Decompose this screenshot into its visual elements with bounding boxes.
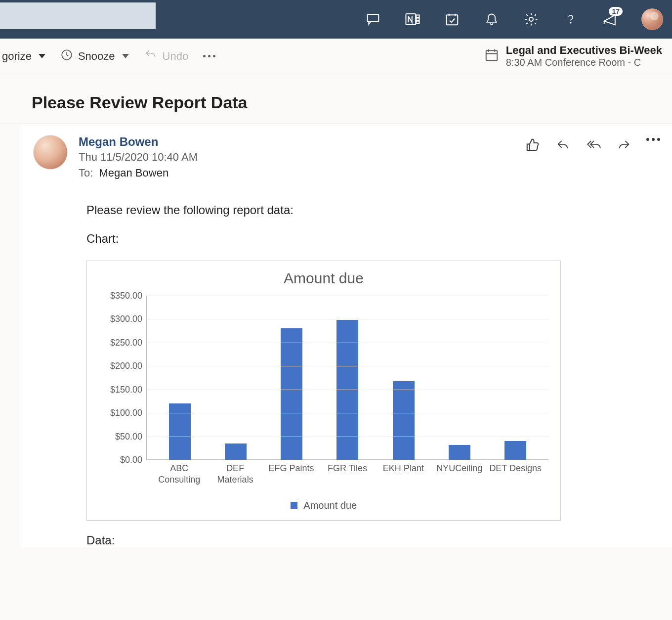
message-header: Megan Bowen Thu 11/5/2020 10:40 AM To: M…	[33, 135, 660, 179]
y-tick-label: $100.00	[110, 408, 142, 418]
y-tick-label: $150.00	[110, 384, 142, 395]
reply-all-button[interactable]	[585, 138, 602, 154]
grid-line	[147, 296, 548, 296]
grid-line	[147, 390, 548, 390]
chart-bar	[225, 443, 247, 460]
svg-rect-4	[416, 21, 419, 24]
to-value: Megan Bowen	[99, 167, 168, 179]
next-event-pill[interactable]: Legal and Executives Bi-Week 8:30 AM Con…	[484, 44, 662, 68]
chevron-down-icon	[122, 54, 129, 58]
snooze-button[interactable]: Snooze	[60, 48, 129, 64]
svg-rect-0	[368, 14, 379, 22]
subject-area: Please Review Report Data	[0, 74, 672, 124]
grid-line	[147, 413, 548, 413]
feedback-badge: 17	[609, 7, 623, 16]
snooze-label: Snooze	[78, 50, 115, 63]
reply-button[interactable]	[555, 138, 570, 154]
chart-container: Amount due $0.00$50.00$100.00$150.00$200…	[86, 261, 561, 521]
categorize-label: gorize	[2, 50, 32, 63]
chart-bars	[147, 296, 548, 460]
like-button[interactable]	[525, 138, 541, 155]
undo-button[interactable]: Undo	[144, 48, 189, 64]
chart-bar	[169, 403, 191, 460]
sender-avatar[interactable]	[33, 135, 68, 170]
settings-icon[interactable]	[523, 11, 540, 28]
y-tick-label: $200.00	[110, 361, 142, 371]
svg-rect-1	[406, 14, 416, 25]
legend-label: Amount due	[303, 500, 357, 511]
chart-bar	[393, 381, 415, 460]
body-text-3: Data:	[86, 533, 660, 547]
undo-label: Undo	[163, 50, 189, 63]
chart-bar	[281, 328, 302, 460]
sent-date: Thu 11/5/2020 10:40 AM	[79, 151, 514, 164]
sender-name[interactable]: Megan Bowen	[79, 135, 514, 149]
next-event-detail: 8:30 AM Conference Room - C	[506, 57, 662, 68]
legend-swatch	[291, 502, 297, 509]
message-actions	[525, 135, 660, 179]
onenote-icon[interactable]	[404, 11, 421, 28]
y-tick-label: $50.00	[115, 431, 142, 442]
message-subject: Please Review Report Data	[32, 93, 672, 112]
calendar-icon	[484, 47, 499, 65]
chart-bar	[504, 441, 526, 460]
grid-line	[147, 319, 548, 319]
grid-line	[147, 343, 548, 343]
next-event-title: Legal and Executives Bi-Week	[506, 44, 662, 57]
account-avatar[interactable]	[641, 8, 663, 30]
message-meta: Megan Bowen Thu 11/5/2020 10:40 AM To: M…	[79, 135, 514, 179]
to-label: To:	[79, 167, 93, 179]
svg-rect-9	[486, 50, 497, 60]
search-input-stub[interactable]	[0, 2, 156, 29]
svg-point-7	[570, 22, 571, 23]
feedback-icon[interactable]: 17	[602, 11, 619, 28]
y-tick-label: $0.00	[120, 455, 142, 465]
title-bar: 17	[0, 0, 672, 39]
chart-plot-area	[146, 296, 548, 460]
chart-legend: Amount due	[99, 500, 548, 511]
chevron-down-icon	[39, 54, 45, 58]
chat-icon[interactable]	[365, 11, 381, 28]
y-tick-label: $350.00	[110, 291, 142, 301]
y-tick-label: $250.00	[110, 337, 142, 348]
message-card: Megan Bowen Thu 11/5/2020 10:40 AM To: M…	[20, 124, 672, 547]
svg-rect-2	[416, 15, 419, 17]
chart-plot: $0.00$50.00$100.00$150.00$200.00$250.00$…	[99, 296, 548, 484]
recipients-line: To: Megan Bowen	[79, 167, 514, 179]
y-tick-label: $300.00	[110, 314, 142, 324]
svg-point-6	[529, 17, 533, 21]
grid-line	[147, 437, 548, 437]
more-actions-button[interactable]	[203, 55, 215, 57]
ellipsis-icon	[646, 138, 660, 141]
svg-rect-3	[416, 18, 419, 21]
categorize-button[interactable]: gorize	[2, 50, 45, 63]
todo-icon[interactable]	[444, 11, 461, 28]
more-button[interactable]	[646, 138, 660, 141]
svg-rect-5	[447, 15, 458, 25]
body-text-1: Please review the following report data:	[86, 203, 660, 217]
titlebar-actions: 17	[365, 8, 663, 30]
chart-bar	[449, 445, 470, 460]
notifications-icon[interactable]	[483, 11, 500, 28]
help-icon[interactable]	[562, 11, 579, 28]
chart-y-axis: $0.00$50.00$100.00$150.00$200.00$250.00$…	[99, 296, 146, 484]
message-body: Please review the following report data:…	[33, 179, 660, 547]
message-toolbar: gorize Snooze Undo Legal and Executives …	[0, 39, 672, 74]
body-text-2: Chart:	[86, 232, 660, 246]
undo-icon	[144, 48, 158, 64]
next-event-text: Legal and Executives Bi-Week 8:30 AM Con…	[506, 44, 662, 68]
chart-title: Amount due	[99, 270, 548, 287]
forward-button[interactable]	[617, 138, 631, 154]
ellipsis-icon	[203, 55, 215, 57]
clock-icon	[60, 48, 73, 64]
grid-line	[147, 366, 548, 366]
